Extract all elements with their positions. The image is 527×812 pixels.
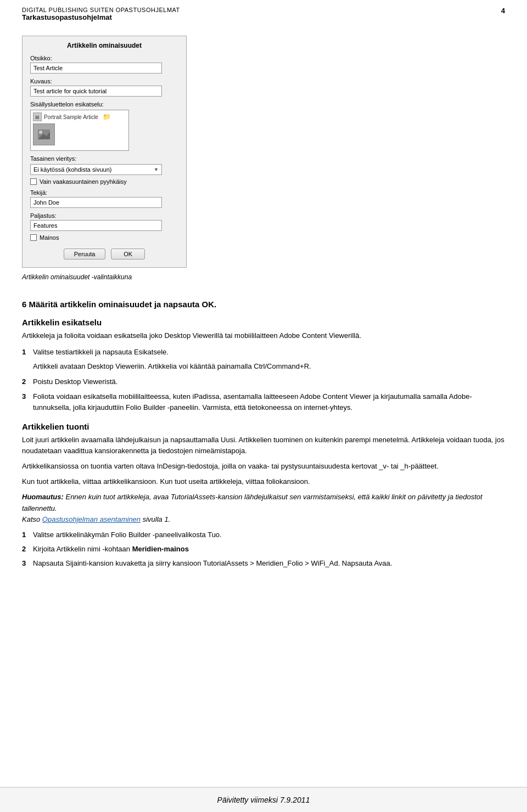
esikatselu-heading: Artikkelin esikatselu <box>22 318 505 327</box>
section6-heading: 6 Määritä artikkelin ominaisuudet ja nap… <box>22 300 505 309</box>
tuonti-p3: Kun tuot artikkelia, viittaa artikkelika… <box>22 476 505 487</box>
dialog-container: Artikkelin ominaisuudet Otsikko: Kuvaus:… <box>22 36 198 268</box>
numbered-item-2: 2 Poistu Desktop Vieweristä. <box>22 376 505 387</box>
item-text-2: Poistu Desktop Vieweristä. <box>33 376 117 387</box>
thumbnail-area: ▤ Portrait Sample Article 📁 <box>30 110 129 151</box>
svg-point-2 <box>39 131 42 134</box>
otsikko-label: Otsikko: <box>30 55 178 61</box>
mainos-checkbox-row[interactable]: Mainos <box>30 234 178 241</box>
paljastus-input[interactable] <box>30 220 162 231</box>
item-num-3: 3 <box>22 391 30 413</box>
item-sub-1: Artikkeli avataan Desktop Vieweriin. Art… <box>22 361 505 372</box>
tuonti-note-rest: Ennen kuin tuot artikkeleja, avaa Tutori… <box>22 493 483 512</box>
item-num-2: 2 <box>22 376 30 387</box>
tuonti-p4: Huomautus: Ennen kuin tuot artikkeleja, … <box>22 492 505 525</box>
tasainen-dropdown[interactable]: Ei käytössä (kohdista sivuun) ▼ <box>30 164 162 175</box>
mainos-checkbox[interactable] <box>30 234 37 241</box>
ok-button[interactable]: OK <box>111 249 145 260</box>
item-text-t2: Kirjoita Artikkelin nimi -kohtaan Meridi… <box>33 544 189 555</box>
mainos-label: Mainos <box>40 234 59 241</box>
tuonti-link-suffix: sivulla 1. <box>141 515 170 523</box>
item-text-t1: Valitse artikkelinäkymän Folio Builder -… <box>33 529 222 540</box>
page-number: 4 <box>501 7 505 15</box>
horizontal-swipe-checkbox-row[interactable]: Vain vaakasuuntainen pyyhkäisy <box>30 178 178 185</box>
item-text-t3: Napsauta Sijainti-kansion kuvaketta ja s… <box>33 558 392 569</box>
dropdown-arrow-icon: ▼ <box>154 167 159 172</box>
thumbnail-filename: Portrait Sample Article <box>44 114 98 120</box>
item-num-1: 1 <box>22 347 30 358</box>
numbered-item-t3: 3 Napsauta Sijainti-kansion kuvaketta ja… <box>22 558 505 569</box>
thumbnail-file-row: ▤ Portrait Sample Article 📁 <box>33 112 111 121</box>
tasainen-label: Tasainen vieritys: <box>30 155 178 162</box>
numbered-item-1: 1 Valitse testiartikkeli ja napsauta Esi… <box>22 347 505 358</box>
esikatselu-intro: Artikkeleja ja folioita voidaan esikatse… <box>22 330 505 341</box>
item-num-t2: 2 <box>22 544 30 555</box>
thumbnail-folder-icon: 📁 <box>103 113 111 121</box>
main-content: 6 Määritä artikkelin ominaisuudet ja nap… <box>0 281 527 589</box>
paljastus-label: Paljastus: <box>30 212 178 219</box>
footer-text: Päivitetty viimeksi 7.9.2011 <box>217 796 310 804</box>
numbered-item-t2: 2 Kirjoita Artikkelin nimi -kohtaan Meri… <box>22 544 505 555</box>
tuonti-link[interactable]: Opastusohjelman asentaminen <box>42 515 141 523</box>
horizontal-swipe-checkbox[interactable] <box>30 178 37 185</box>
sisallys-label: Sisällysluettelon esikatselu: <box>30 101 178 108</box>
tuonti-p1: Loit juuri artikkelin avaamalla lähdejul… <box>22 435 505 456</box>
page-container: DIGITAL PUBLISHING SUITEN OPASTUSOHJELMA… <box>0 0 527 812</box>
item-num-t3: 3 <box>22 558 30 569</box>
item-bold-t2: Meridien-mainos <box>132 545 189 553</box>
cancel-button[interactable]: Peruuta <box>64 249 106 260</box>
dialog-buttons: Peruuta OK <box>30 249 178 260</box>
dialog-title: Artikkelin ominaisuudet <box>30 42 178 49</box>
thumbnail-preview-image <box>33 123 55 145</box>
numbered-item-3: 3 Foliota voidaan esikatsella mobiililai… <box>22 391 505 413</box>
esikatselu-section: Artikkelin esikatselu Artikkeleja ja fol… <box>22 318 505 341</box>
header-title-sub: Tarkastusopastusohjelmat <box>22 13 505 21</box>
header-title-top: DIGITAL PUBLISHING SUITEN OPASTUSOHJELMA… <box>22 7 505 13</box>
tekija-input[interactable] <box>30 197 162 208</box>
tuonti-link-prefix: Katso <box>22 515 42 523</box>
tuonti-p2: Artikkelikansiossa on tuontia varten olt… <box>22 461 505 472</box>
footer: Päivitetty viimeksi 7.9.2011 <box>0 787 527 812</box>
item-text-1: Valitse testiartikkeli ja napsauta Esika… <box>33 347 169 358</box>
tuonti-note-bold: Huomautus: <box>22 493 64 501</box>
tekija-label: Tekijä: <box>30 189 178 196</box>
tuonti-heading: Artikkelien tuonti <box>22 422 505 431</box>
horizontal-swipe-label: Vain vaakasuuntainen pyyhkäisy <box>40 178 127 185</box>
header: DIGITAL PUBLISHING SUITEN OPASTUSOHJELMA… <box>0 0 527 25</box>
thumbnail-file-icon: ▤ <box>33 112 42 121</box>
kuvaus-input[interactable] <box>30 86 162 97</box>
numbered-item-t1: 1 Valitse artikkelinäkymän Folio Builder… <box>22 529 505 540</box>
dialog-caption: Artikkelin ominaisuudet -valintaikkuna <box>22 273 527 281</box>
otsikko-input[interactable] <box>30 63 162 74</box>
tasainen-value: Ei käytössä (kohdista sivuun) <box>33 166 111 173</box>
kuvaus-label: Kuvaus: <box>30 78 178 84</box>
article-properties-dialog[interactable]: Artikkelin ominaisuudet Otsikko: Kuvaus:… <box>22 36 187 268</box>
preview-svg <box>33 124 54 145</box>
tuonti-section: Artikkelien tuonti Loit juuri artikkelin… <box>22 422 505 525</box>
item-num-t1: 1 <box>22 529 30 540</box>
item-text-3: Foliota voidaan esikatsella mobiililaitt… <box>33 391 505 413</box>
